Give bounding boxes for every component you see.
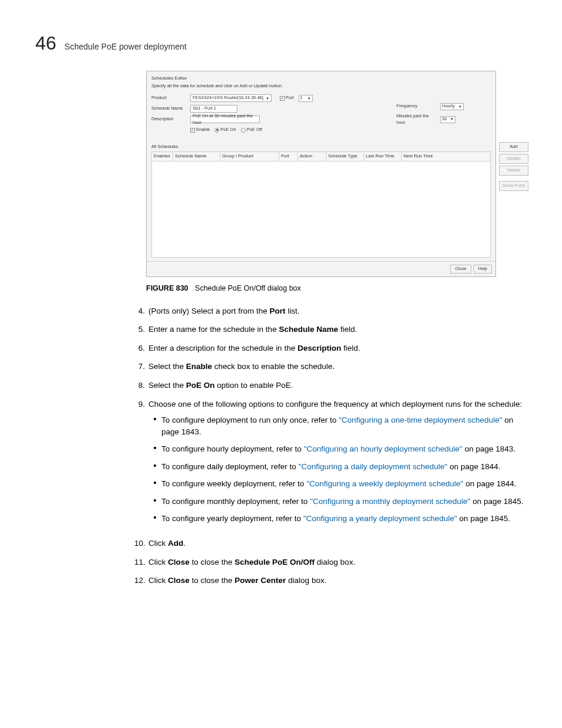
figure-label: FIGURE 830 xyxy=(146,284,189,292)
delete-button[interactable]: Delete xyxy=(499,166,528,176)
bullet-item: • To configure yearly deployment, refer … xyxy=(148,513,527,525)
page-header: 46 Schedule PoE power deployment xyxy=(35,29,527,57)
step-bold: PoE On xyxy=(186,381,215,390)
bullet-text: on page 1844. xyxy=(447,462,500,471)
step-number: 9. xyxy=(134,398,148,410)
step-text: Select the xyxy=(148,381,186,390)
schedules-table[interactable]: Enabled Schedule Name Group / Product Po… xyxy=(151,151,491,258)
bullet-icon: • xyxy=(148,478,161,490)
figure-caption: FIGURE 830 Schedule PoE On/Off dialog bo… xyxy=(146,283,527,294)
page-number: 46 xyxy=(35,29,57,57)
description-input[interactable]: PoE On at 30 minutes past the hour xyxy=(190,116,260,123)
step-text: Click xyxy=(148,558,168,566)
all-schedules-label: All Schedules xyxy=(151,144,491,150)
step-number: 12. xyxy=(134,575,148,587)
step-4: 4. (Ports only) Select a port from the P… xyxy=(134,305,527,317)
bullet-text: To configure hourly deployment, refer to xyxy=(161,444,304,453)
bullet-text: on page 1845. xyxy=(470,497,523,506)
step-number: 8. xyxy=(134,380,148,391)
bullet-item: • To configure weekly deployment, refer … xyxy=(148,478,527,490)
step-bold: Power Center xyxy=(234,576,286,585)
frequency-select-value: Hourly xyxy=(442,103,455,110)
frequency-select[interactable]: Hourly ▼ xyxy=(440,103,464,110)
col-schedule-type: Schedule Type xyxy=(326,152,364,161)
link-weekly[interactable]: "Configuring a weekly deployment schedul… xyxy=(306,479,463,488)
bullet-item: • To configure monthly deployment, refer… xyxy=(148,496,527,508)
col-enabled: Enabled xyxy=(152,152,173,161)
bullet-text: To configure daily deployment, refer to xyxy=(161,462,299,471)
step-number: 5. xyxy=(134,324,148,335)
bullet-icon: • xyxy=(148,414,161,437)
step-10: 10. Click Add. xyxy=(134,538,527,549)
port-select-value: 1 xyxy=(300,95,303,101)
link-monthly[interactable]: "Configuring a monthly deployment schedu… xyxy=(310,497,470,506)
bullet-icon: • xyxy=(148,513,161,525)
schedule-name-label: Schedule Name xyxy=(151,106,188,112)
poe-on-radio[interactable] xyxy=(214,128,219,133)
dialog-instruction: Specify all the data for schedule and cl… xyxy=(151,83,491,94)
link-yearly[interactable]: "Configuring a yearly deployment schedul… xyxy=(303,514,457,523)
bullet-text: To configure weekly deployment, refer to xyxy=(161,479,306,488)
update-button[interactable]: Update xyxy=(499,154,528,164)
close-button[interactable]: Close xyxy=(450,265,471,274)
minutes-past-select[interactable]: 30 ▼ xyxy=(440,116,455,123)
side-buttons: Add Update Delete Show Ports xyxy=(499,142,528,191)
link-daily[interactable]: "Configuring a daily deployment schedule… xyxy=(299,462,448,471)
step-text: Choose one of the following options to c… xyxy=(148,400,522,409)
bullet-text: To configure monthly deployment, refer t… xyxy=(161,497,310,506)
step-bold: Close xyxy=(168,558,190,566)
step-7: 7. Select the Enable check box to enable… xyxy=(134,361,527,373)
product-label: Product xyxy=(151,95,188,101)
chevron-down-icon: ▼ xyxy=(450,117,454,122)
link-hourly[interactable]: "Configuring an hourly deployment schedu… xyxy=(304,444,462,453)
step-bold: Port xyxy=(270,307,286,315)
step-6: 6. Enter a description for the schedule … xyxy=(134,342,527,354)
step-number: 4. xyxy=(134,305,148,317)
poe-off-radio[interactable] xyxy=(241,128,246,133)
enable-checkbox[interactable] xyxy=(190,128,195,133)
port-checkbox[interactable] xyxy=(280,96,285,101)
bullet-text: on page 1844. xyxy=(463,479,516,488)
step-text: to close the xyxy=(190,558,235,566)
show-ports-button[interactable]: Show Ports xyxy=(499,181,528,191)
chevron-down-icon: ▼ xyxy=(266,96,269,101)
bullet-text: on page 1845. xyxy=(457,514,510,523)
port-select[interactable]: 1 ▼ xyxy=(299,95,313,102)
step-text: Select the xyxy=(148,362,186,371)
product-select[interactable]: FESX424+2XG Router[10.24.36.46] ▼ xyxy=(190,94,272,102)
step-text: Enter a description for the schedule in … xyxy=(148,344,297,353)
product-select-value: FESX424+2XG Router[10.24.36.46] xyxy=(193,95,263,101)
step-text: dialog box. xyxy=(286,576,326,585)
enable-label: Enable xyxy=(196,127,210,133)
bullet-icon: • xyxy=(148,496,161,508)
figure-caption-text: Schedule PoE On/Off dialog box xyxy=(195,284,301,292)
step-text: list. xyxy=(286,307,300,315)
step-text: option to enable PoE. xyxy=(215,381,293,390)
chevron-down-icon: ▼ xyxy=(308,96,311,101)
add-button[interactable]: Add xyxy=(499,142,528,152)
bullet-text: To configure deployment to run only once… xyxy=(161,416,339,424)
schedule-name-input[interactable]: S01 - Port 1 xyxy=(190,105,237,113)
step-text: check box to enable the schedule. xyxy=(212,362,335,371)
step-bold: Schedule PoE On/Off xyxy=(234,558,315,566)
col-port: Port xyxy=(279,152,298,161)
step-bold: Description xyxy=(297,344,341,353)
help-button[interactable]: Help xyxy=(474,265,492,274)
minutes-past-value: 30 xyxy=(442,116,447,123)
schedules-editor-dialog: Schedules Editor Specify all the data fo… xyxy=(146,71,496,276)
steps-list: 4. (Ports only) Select a port from the P… xyxy=(134,305,527,587)
dialog-title: Schedules Editor xyxy=(151,75,491,83)
step-9: 9. Choose one of the following options t… xyxy=(134,398,527,531)
link-one-time[interactable]: "Configuring a one-time deployment sched… xyxy=(339,416,503,424)
step-text: (Ports only) Select a port from the xyxy=(148,307,270,315)
minutes-past-label: Minutes past the hour xyxy=(396,113,438,126)
description-label: Description xyxy=(151,116,188,123)
step-text: to close the xyxy=(190,576,235,585)
step-number: 6. xyxy=(134,342,148,354)
col-action: Action xyxy=(298,152,326,161)
step-12: 12. Click Close to close the Power Cente… xyxy=(134,575,527,587)
port-label: Port xyxy=(286,95,294,101)
bullet-item: • To configure deployment to run only on… xyxy=(148,414,527,437)
step-text: field. xyxy=(341,344,360,353)
chevron-down-icon: ▼ xyxy=(458,104,462,110)
